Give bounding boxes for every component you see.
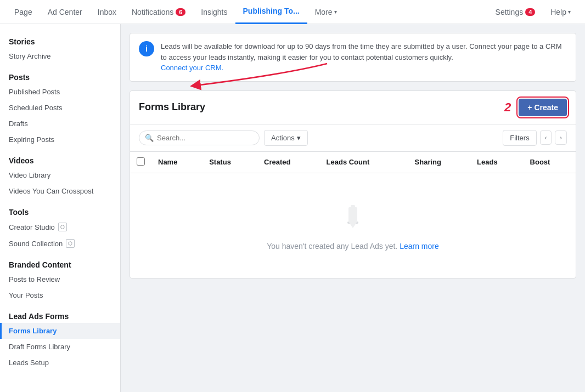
- pencil-icon-wrap: [145, 201, 560, 235]
- prev-page-button[interactable]: ‹: [540, 130, 552, 145]
- svg-marker-2: [348, 221, 357, 228]
- sidebar-item-scheduled-posts[interactable]: Scheduled Posts: [0, 100, 120, 116]
- table-header-leads-count: Leads Count: [320, 152, 408, 173]
- sidebar-section-title-branded: Branded Content: [0, 256, 120, 271]
- sidebar-item-video-library[interactable]: Video Library: [0, 167, 120, 183]
- nav-right: Settings 4 Help ▾: [488, 0, 578, 24]
- forms-card-header: Forms Library 2 + Create: [130, 91, 576, 124]
- table-header-checkbox: [130, 152, 151, 173]
- sidebar-item-leads-setup[interactable]: Leads Setup: [0, 355, 120, 371]
- toolbar-right: Filters ‹ ›: [503, 130, 567, 146]
- external-link-icon-2: ⬡: [66, 239, 75, 248]
- svg-rect-3: [351, 205, 355, 208]
- sidebar-section-title-stories: Stories: [0, 33, 120, 48]
- annotation-2: 2: [504, 100, 511, 115]
- table-header-created: Created: [257, 152, 320, 173]
- sidebar-item-published-posts[interactable]: Published Posts: [0, 84, 120, 100]
- search-icon: 🔍: [145, 134, 154, 142]
- sidebar-section-videos: Videos Video Library Videos You Can Cros…: [0, 152, 120, 199]
- nav-item-notifications[interactable]: Notifications 6: [124, 0, 193, 24]
- more-chevron-icon: ▾: [334, 9, 337, 15]
- sidebar-section-title-tools: Tools: [0, 203, 120, 219]
- sidebar-item-forms-library[interactable]: Forms Library: [0, 323, 120, 339]
- help-chevron-icon: ▾: [568, 9, 571, 15]
- sidebar-section-title-posts: Posts: [0, 69, 120, 84]
- create-button[interactable]: + Create: [519, 99, 567, 116]
- notifications-badge: 6: [176, 8, 185, 16]
- nav-item-publishing[interactable]: Publishing To...: [235, 0, 307, 24]
- nav-item-help[interactable]: Help ▾: [543, 0, 578, 24]
- info-banner: i Leads will be available for download f…: [130, 33, 576, 82]
- settings-badge: 4: [525, 8, 535, 16]
- nav-item-insights[interactable]: Insights: [193, 0, 235, 24]
- sidebar-item-draft-forms-library[interactable]: Draft Forms Library: [0, 339, 120, 355]
- forms-library-title: Forms Library: [139, 101, 205, 113]
- empty-state-text: You haven't created any Lead Ads yet. Le…: [145, 242, 560, 251]
- search-input[interactable]: [157, 134, 254, 142]
- select-all-checkbox[interactable]: [137, 157, 145, 166]
- info-icon: i: [139, 41, 154, 56]
- sidebar-item-posts-to-review[interactable]: Posts to Review: [0, 271, 120, 287]
- nav-item-more[interactable]: More ▾: [307, 0, 345, 24]
- sidebar-item-sound-collection[interactable]: Sound Collection ⬡: [0, 235, 120, 252]
- sidebar-section-posts: Posts Published Posts Scheduled Posts Dr…: [0, 69, 120, 147]
- svg-rect-1: [348, 207, 357, 221]
- sidebar-section-branded: Branded Content Posts to Review Your Pos…: [0, 256, 120, 303]
- empty-state: You haven't created any Lead Ads yet. Le…: [137, 179, 569, 272]
- sidebar-item-your-posts[interactable]: Your Posts: [0, 287, 120, 303]
- actions-chevron-icon: ▾: [297, 134, 301, 142]
- nav-item-page[interactable]: Page: [7, 0, 40, 24]
- table-header-sharing: Sharing: [408, 152, 470, 173]
- empty-state-cell: You haven't created any Lead Ads yet. Le…: [130, 173, 576, 278]
- sidebar-item-drafts[interactable]: Drafts: [0, 116, 120, 132]
- external-link-icon: ⬡: [58, 223, 67, 231]
- main-content: i Leads will be available for download f…: [121, 24, 585, 392]
- nav-left: Page Ad Center Inbox Notifications 6 Ins…: [7, 0, 345, 24]
- toolbar-row: 🔍 Actions ▾ Filters ‹ ›: [130, 124, 576, 152]
- table-header-boost: Boost: [524, 152, 576, 173]
- sidebar-section-tools: Tools Creator Studio ⬡ Sound Collection …: [0, 203, 120, 252]
- sidebar: Stories Story Archive Posts Published Po…: [0, 24, 121, 392]
- filters-button[interactable]: Filters: [503, 130, 536, 146]
- table-header-leads: Leads: [470, 152, 524, 173]
- main-layout: Stories Story Archive Posts Published Po…: [0, 24, 585, 392]
- top-navigation: Page Ad Center Inbox Notifications 6 Ins…: [0, 0, 585, 24]
- info-banner-text: Leads will be available for download for…: [161, 41, 567, 73]
- sidebar-section-stories: Stories Story Archive: [0, 33, 120, 64]
- sidebar-item-creator-studio[interactable]: Creator Studio ⬡: [0, 219, 120, 235]
- search-wrap: 🔍: [139, 130, 260, 145]
- sidebar-section-title-lead-ads: Lead Ads Forms: [0, 308, 120, 323]
- sidebar-item-story-archive[interactable]: Story Archive: [0, 48, 120, 64]
- sidebar-section-lead-ads: Lead Ads Forms Forms Library Draft Forms…: [0, 308, 120, 371]
- pencil-icon: [336, 201, 369, 234]
- forms-library-card: Forms Library 2 + Create 🔍 Actions ▾: [130, 90, 576, 279]
- connect-crm-link[interactable]: Connect your CRM.: [161, 64, 223, 72]
- nav-item-adcenter[interactable]: Ad Center: [40, 0, 90, 24]
- learn-more-link[interactable]: Learn more: [400, 242, 439, 251]
- nav-item-settings[interactable]: Settings 4: [488, 0, 543, 24]
- sidebar-item-expiring-posts[interactable]: Expiring Posts: [0, 132, 120, 147]
- sidebar-section-title-videos: Videos: [0, 152, 120, 167]
- next-page-button[interactable]: ›: [555, 130, 567, 145]
- forms-table: Name Status Created Leads Count Sharing …: [130, 152, 576, 278]
- table-header-status: Status: [203, 152, 257, 173]
- sidebar-item-crosspost[interactable]: Videos You Can Crosspost: [0, 183, 120, 199]
- actions-button[interactable]: Actions ▾: [264, 130, 308, 146]
- table-header-name: Name: [151, 152, 203, 173]
- nav-item-inbox[interactable]: Inbox: [90, 0, 124, 24]
